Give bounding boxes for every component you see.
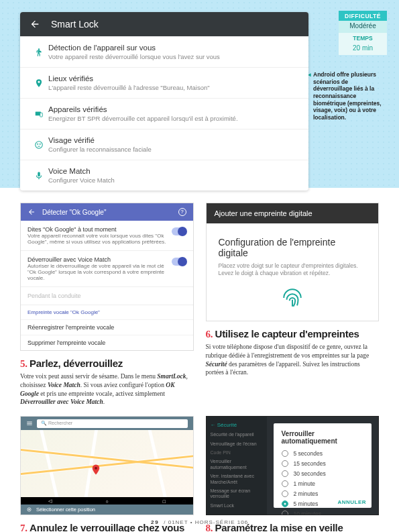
lock-opt-5s[interactable]: 5 secondes bbox=[282, 450, 364, 457]
page-footer: 29 / 01NET • HORS-SÉRIE 106 bbox=[0, 519, 399, 525]
svg-point-6 bbox=[95, 466, 97, 469]
okgoogle-header: Détecter "Ok Google" ? bbox=[21, 203, 193, 221]
security-settings-bg: ← Sécurité Sécurité de l'appareil Verrou… bbox=[207, 417, 267, 515]
nav-back-icon[interactable]: ◁ bbox=[48, 498, 52, 504]
smartlock-card: Smart Lock Détection de l'appareil sur v… bbox=[20, 12, 308, 191]
smartlock-item-voice[interactable]: Voice MatchConfigurer Voice Match bbox=[20, 160, 308, 191]
smartlock-item-onbody[interactable]: Détection de l'appareil sur vousVotre ap… bbox=[20, 36, 308, 67]
dialog-title: Verrouiller automatiquement bbox=[282, 430, 364, 445]
map-pin-icon bbox=[90, 464, 102, 476]
map-topbar: 🔍 Rechercher bbox=[21, 417, 193, 430]
cancel-button[interactable]: ANNULER bbox=[337, 499, 366, 505]
security-back[interactable]: ← Sécurité bbox=[211, 422, 263, 428]
okg-row-unlock[interactable]: Déverrouiller avec Voice MatchAutoriser … bbox=[21, 251, 193, 287]
smartlock-item-places[interactable]: Lieux vérifiésL'appareil reste déverroui… bbox=[20, 67, 308, 98]
fingerprint-icon bbox=[219, 286, 367, 311]
fingerprint-sub: Placez votre doigt sur le capteur d'empr… bbox=[219, 262, 367, 277]
step6-heading: 6. Utilisez le capteur d'empreintes bbox=[206, 328, 380, 340]
mic-icon bbox=[30, 171, 48, 180]
smartlock-header: Smart Lock bbox=[20, 12, 308, 36]
face-icon bbox=[30, 140, 48, 150]
back-arrow-icon[interactable] bbox=[30, 19, 40, 30]
place-icon bbox=[30, 78, 48, 88]
okg-section-label: Empreinte vocale "Ok Google" bbox=[21, 305, 193, 319]
map-canvas[interactable] bbox=[21, 430, 193, 505]
okg-row-driving[interactable]: Pendant la conduite bbox=[21, 287, 193, 305]
target-icon bbox=[26, 507, 32, 513]
help-icon[interactable]: ? bbox=[178, 208, 186, 216]
lock-opt-30s[interactable]: 30 secondes bbox=[282, 470, 364, 477]
step6-body: Si votre téléphone dispose d'un disposit… bbox=[206, 343, 380, 377]
svg-point-8 bbox=[29, 509, 30, 511]
walk-icon bbox=[30, 48, 48, 57]
autolock-dialog: Verrouiller automatiquement 5 secondes 1… bbox=[274, 423, 372, 508]
toggle-icon[interactable] bbox=[172, 227, 186, 235]
map-search-input[interactable]: 🔍 Rechercher bbox=[37, 419, 188, 428]
smartlock-title: Smart Lock bbox=[51, 19, 99, 30]
autolock-screenshot: ← Sécurité Sécurité de l'appareil Verrou… bbox=[206, 416, 380, 515]
back-arrow-icon[interactable] bbox=[27, 208, 36, 216]
svg-point-4 bbox=[38, 144, 38, 144]
svg-point-5 bbox=[40, 144, 40, 144]
lock-opt-15s[interactable]: 15 secondes bbox=[282, 460, 364, 467]
nav-recent-icon[interactable]: □ bbox=[163, 499, 166, 504]
okg-delete[interactable]: Supprimer l'empreinte vocale bbox=[21, 335, 193, 350]
map-screenshot: 🔍 Rechercher ◁ ○ □ Sélectionner cette po… bbox=[20, 416, 194, 515]
svg-point-3 bbox=[36, 141, 43, 148]
lock-opt-10m[interactable]: 10 minutes bbox=[282, 511, 364, 515]
menu-icon[interactable] bbox=[26, 420, 33, 427]
step5-body: Votre voix peut aussi servir de sésame. … bbox=[20, 372, 194, 407]
okg-rerecord[interactable]: Réenregistrer l'empreinte vocale bbox=[21, 319, 193, 335]
smartlock-item-devices[interactable]: Appareils vérifiésEnergizer BT SPR déver… bbox=[20, 98, 308, 129]
svg-point-0 bbox=[38, 48, 40, 50]
lock-opt-2m[interactable]: 2 minutes bbox=[282, 490, 364, 497]
map-select-bar[interactable]: Sélectionner cette position bbox=[21, 504, 193, 515]
fingerprint-header: Ajouter une empreinte digitale bbox=[207, 203, 379, 223]
nav-home-icon[interactable]: ○ bbox=[106, 499, 109, 504]
smartlock-item-face[interactable]: Visage vérifiéConfigurer la reconnaissan… bbox=[20, 129, 308, 160]
toggle-icon[interactable] bbox=[172, 258, 186, 266]
svg-rect-2 bbox=[40, 113, 43, 117]
okg-row-always[interactable]: Dites "Ok Google" à tout momentVotre app… bbox=[21, 221, 193, 251]
step5-heading: 5. Parlez, déverrouillez bbox=[20, 358, 194, 370]
devices-icon bbox=[30, 109, 48, 119]
fingerprint-panel: Ajouter une empreinte digitale Configura… bbox=[206, 203, 380, 321]
fingerprint-title: Configuration de l'empreinte digitale bbox=[219, 237, 367, 258]
lock-opt-1m[interactable]: 1 minute bbox=[282, 480, 364, 487]
okgoogle-panel: Détecter "Ok Google" ? Dites "Ok Google"… bbox=[20, 203, 194, 351]
